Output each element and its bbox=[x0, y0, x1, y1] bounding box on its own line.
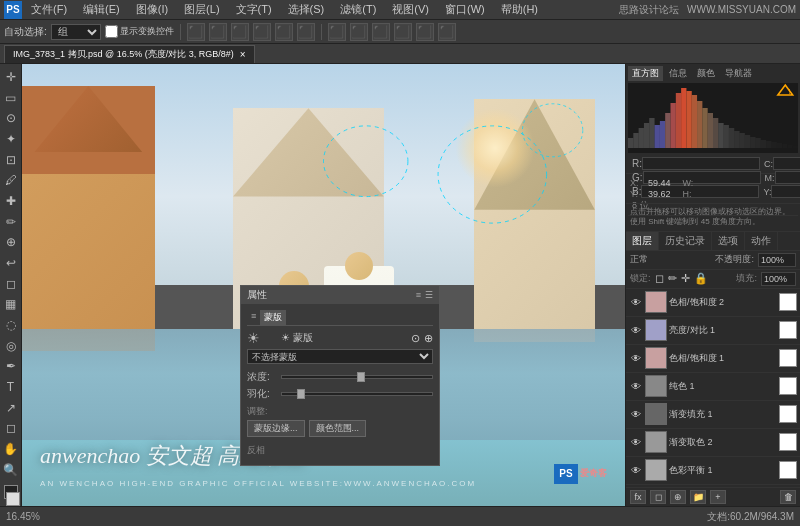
layer-mask-thumbnail[interactable] bbox=[779, 433, 797, 451]
pen-tool-icon[interactable]: ✒ bbox=[2, 357, 20, 375]
menu-select[interactable]: 选择(S) bbox=[285, 1, 328, 18]
layer-visibility-icon[interactable]: 👁 bbox=[629, 295, 643, 309]
brush-tool-icon[interactable]: ✏ bbox=[2, 213, 20, 231]
adj-tab-properties[interactable]: ≡ bbox=[247, 310, 260, 325]
eyedropper-icon[interactable]: 🖊 bbox=[2, 171, 20, 189]
mask-dropdown[interactable]: 不选择蒙版 bbox=[247, 349, 433, 364]
zoom-tool-icon[interactable]: 🔍 bbox=[2, 461, 20, 479]
menu-image[interactable]: 图像(I) bbox=[133, 1, 171, 18]
menu-help[interactable]: 帮助(H) bbox=[498, 1, 541, 18]
histogram-tab[interactable]: 直方图 bbox=[628, 66, 663, 81]
layer-item[interactable]: 👁 渐变取色 2 bbox=[626, 429, 800, 457]
align-middle-icon[interactable]: ⬛ bbox=[209, 23, 227, 41]
crop-tool-icon[interactable]: ⊡ bbox=[2, 151, 20, 169]
layer-item[interactable]: 👁 纯色 1 bbox=[626, 373, 800, 401]
menu-file[interactable]: 文件(F) bbox=[28, 1, 70, 18]
dist-center-icon[interactable]: ⬛ bbox=[350, 23, 368, 41]
move-tool-icon[interactable]: ✛ bbox=[2, 68, 20, 86]
canvas-area[interactable]: anwenchao 安文超 高端修图 AN WENCHAO HIGH-END G… bbox=[22, 64, 625, 506]
path-select-icon[interactable]: ↗ bbox=[2, 399, 20, 417]
lock-all-icon[interactable]: 🔒 bbox=[694, 272, 708, 285]
history-tab[interactable]: 历史记录 bbox=[659, 232, 712, 250]
auto-select-dropdown[interactable]: 组 bbox=[51, 24, 101, 40]
mask-add-icon[interactable]: ⊕ bbox=[424, 332, 433, 345]
tab-close-icon[interactable]: × bbox=[240, 49, 246, 60]
menu-filter[interactable]: 滤镜(T) bbox=[337, 1, 379, 18]
layer-item[interactable]: 👁 色相/饱和度 1 bbox=[626, 345, 800, 373]
mask-toggle-icon[interactable]: ⊙ bbox=[411, 332, 420, 345]
dist-right-icon[interactable]: ⬛ bbox=[438, 23, 456, 41]
layer-fx-button[interactable]: fx bbox=[630, 490, 646, 504]
background-color-icon[interactable] bbox=[6, 492, 20, 506]
layer-delete-button[interactable]: 🗑 bbox=[780, 490, 796, 504]
layer-adjustment-button[interactable]: ⊕ bbox=[670, 490, 686, 504]
menu-view[interactable]: 视图(V) bbox=[389, 1, 432, 18]
align-left-icon[interactable]: ⬛ bbox=[253, 23, 271, 41]
lock-transparent-icon[interactable]: ◻ bbox=[655, 272, 664, 285]
blur-tool-icon[interactable]: ◌ bbox=[2, 316, 20, 334]
layer-visibility-icon[interactable]: 👁 bbox=[629, 407, 643, 421]
layer-mask-thumbnail[interactable] bbox=[779, 321, 797, 339]
color-range-button[interactable]: 颜色范围... bbox=[309, 420, 367, 437]
select-tool-icon[interactable]: ▭ bbox=[2, 89, 20, 107]
align-right-icon[interactable]: ⬛ bbox=[297, 23, 315, 41]
layer-visibility-icon[interactable]: 👁 bbox=[629, 463, 643, 477]
layers-tab[interactable]: 图层 bbox=[626, 232, 659, 250]
layer-group-button[interactable]: 📁 bbox=[690, 490, 706, 504]
layer-mask-button[interactable]: ◻ bbox=[650, 490, 666, 504]
dist-top-icon[interactable]: ⬛ bbox=[328, 23, 346, 41]
info-tab[interactable]: 信息 bbox=[665, 66, 691, 81]
heal-tool-icon[interactable]: ✚ bbox=[2, 192, 20, 210]
options-tab[interactable]: 选项 bbox=[712, 232, 745, 250]
layer-item[interactable]: 👁 色相/饱和度 2 bbox=[626, 289, 800, 317]
opacity-input[interactable] bbox=[758, 253, 796, 267]
layer-item[interactable]: 👁 亮度/对比 1 bbox=[626, 317, 800, 345]
navigator-tab[interactable]: 导航器 bbox=[721, 66, 756, 81]
eraser-tool-icon[interactable]: ◻ bbox=[2, 275, 20, 293]
actions-tab[interactable]: 动作 bbox=[745, 232, 778, 250]
menu-layer[interactable]: 图层(L) bbox=[181, 1, 222, 18]
layer-item[interactable]: 👁 色彩平衡 1 bbox=[626, 457, 800, 485]
mask-edge-button[interactable]: 蒙版边缘... bbox=[247, 420, 305, 437]
fill-input[interactable] bbox=[761, 272, 796, 286]
lock-brush-icon[interactable]: ✏ bbox=[668, 272, 677, 285]
document-tab[interactable]: IMG_3783_1 拷贝.psd @ 16.5% (亮度/对比 3, RGB/… bbox=[4, 45, 255, 63]
lock-move-icon[interactable]: ✛ bbox=[681, 272, 690, 285]
layer-mask-thumbnail[interactable] bbox=[779, 293, 797, 311]
dodge-tool-icon[interactable]: ◎ bbox=[2, 337, 20, 355]
shape-tool-icon[interactable]: ◻ bbox=[2, 419, 20, 437]
layer-visibility-icon[interactable]: 👁 bbox=[629, 379, 643, 393]
layer-visibility-icon[interactable]: 👁 bbox=[629, 323, 643, 337]
align-bottom-icon[interactable]: ⬛ bbox=[231, 23, 249, 41]
panel-menu-icon[interactable]: ☰ bbox=[425, 290, 433, 300]
c-value[interactable] bbox=[773, 157, 800, 170]
menu-text[interactable]: 文字(T) bbox=[233, 1, 275, 18]
layer-item[interactable]: 👁 渐变填充 1 bbox=[626, 401, 800, 429]
magic-wand-icon[interactable]: ✦ bbox=[2, 130, 20, 148]
dist-bottom-icon[interactable]: ⬛ bbox=[372, 23, 390, 41]
layer-new-button[interactable]: + bbox=[710, 490, 726, 504]
layer-mask-thumbnail[interactable] bbox=[779, 405, 797, 423]
history-brush-icon[interactable]: ↩ bbox=[2, 254, 20, 272]
layer-mask-thumbnail[interactable] bbox=[779, 377, 797, 395]
dist-vcenter-icon[interactable]: ⬛ bbox=[416, 23, 434, 41]
menu-edit[interactable]: 编辑(E) bbox=[80, 1, 123, 18]
lasso-tool-icon[interactable]: ⊙ bbox=[2, 109, 20, 127]
layer-visibility-icon[interactable]: 👁 bbox=[629, 435, 643, 449]
r-value[interactable] bbox=[642, 157, 760, 170]
panel-collapse-icon[interactable]: ≡ bbox=[416, 290, 421, 300]
layer-visibility-icon[interactable]: 👁 bbox=[629, 351, 643, 365]
gradient-tool-icon[interactable]: ▦ bbox=[2, 295, 20, 313]
clone-tool-icon[interactable]: ⊕ bbox=[2, 233, 20, 251]
layer-mask-thumbnail[interactable] bbox=[779, 461, 797, 479]
text-tool-icon[interactable]: T bbox=[2, 378, 20, 396]
menu-window[interactable]: 窗口(W) bbox=[442, 1, 488, 18]
layer-mask-thumbnail[interactable] bbox=[779, 349, 797, 367]
density-slider[interactable] bbox=[281, 375, 433, 379]
align-center-icon[interactable]: ⬛ bbox=[275, 23, 293, 41]
show-transform-checkbox[interactable] bbox=[105, 25, 118, 38]
color-tab[interactable]: 颜色 bbox=[693, 66, 719, 81]
feather-slider[interactable] bbox=[281, 392, 433, 396]
hand-tool-icon[interactable]: ✋ bbox=[2, 440, 20, 458]
dist-left-icon[interactable]: ⬛ bbox=[394, 23, 412, 41]
